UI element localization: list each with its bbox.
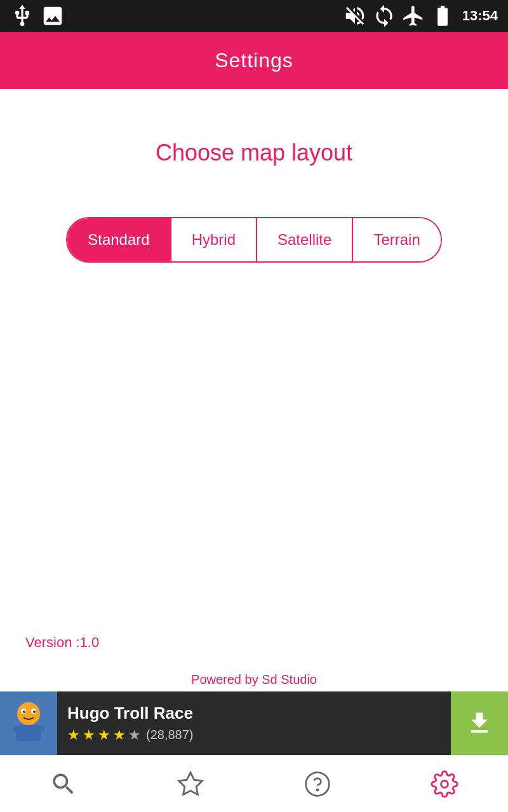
nav-favorites[interactable] xyxy=(165,759,216,809)
ad-icon xyxy=(0,691,57,755)
star-2: ★ xyxy=(83,727,95,743)
svg-point-8 xyxy=(306,772,330,796)
gallery-icon xyxy=(41,4,65,28)
map-layout-selector: Standard Hybrid Satellite Terrain xyxy=(66,217,442,263)
svg-point-3 xyxy=(23,710,25,713)
nav-help[interactable] xyxy=(292,759,343,809)
ad-game-image xyxy=(10,701,48,745)
status-bar: 13:54 xyxy=(0,0,508,32)
star-1: ★ xyxy=(67,727,80,743)
segment-satellite[interactable]: Satellite xyxy=(257,218,353,261)
ad-stars: ★ ★ ★ ★ ★ (28,887) xyxy=(67,727,441,743)
segment-standard[interactable]: Standard xyxy=(67,218,171,261)
svg-rect-6 xyxy=(13,726,20,731)
ad-info: Hugo Troll Race ★ ★ ★ ★ ★ (28,887) xyxy=(57,697,451,750)
svg-point-4 xyxy=(33,710,36,713)
help-nav-icon xyxy=(304,770,331,798)
credit-line-1: Powered by Sd Studio xyxy=(191,672,317,687)
star-5-half: ★ xyxy=(128,727,141,743)
download-icon xyxy=(465,709,493,737)
search-nav-icon xyxy=(50,770,77,798)
app-bar-title: Settings xyxy=(215,49,293,72)
nav-settings[interactable] xyxy=(419,759,470,809)
usb-icon xyxy=(10,4,34,28)
settings-nav-icon xyxy=(431,770,458,798)
clock-time: 13:54 xyxy=(462,8,498,24)
section-title: Choose map layout xyxy=(156,140,352,166)
ad-title: Hugo Troll Race xyxy=(67,704,441,723)
svg-rect-7 xyxy=(37,726,44,731)
ad-rating-count: (28,887) xyxy=(146,728,194,742)
star-4: ★ xyxy=(113,727,126,743)
airplane-icon xyxy=(401,4,425,28)
ad-download-button[interactable] xyxy=(451,691,508,755)
sync-icon xyxy=(372,4,396,28)
svg-point-0 xyxy=(17,702,40,725)
mute-icon xyxy=(343,4,367,28)
battery-icon xyxy=(431,4,455,28)
main-content: Choose map layout Standard Hybrid Satell… xyxy=(0,89,508,710)
svg-point-10 xyxy=(441,780,448,787)
star-nav-icon xyxy=(177,770,204,798)
app-bar: Settings xyxy=(0,32,508,89)
bottom-nav xyxy=(0,755,508,812)
segment-terrain[interactable]: Terrain xyxy=(353,218,440,261)
segment-hybrid[interactable]: Hybrid xyxy=(171,218,257,261)
status-left-icons xyxy=(10,4,65,28)
status-right-icons: 13:54 xyxy=(343,4,498,28)
version-text: Version :1.0 xyxy=(25,634,99,651)
star-3: ★ xyxy=(98,727,110,743)
nav-search[interactable] xyxy=(38,759,89,809)
ad-banner: Hugo Troll Race ★ ★ ★ ★ ★ (28,887) xyxy=(0,691,508,755)
